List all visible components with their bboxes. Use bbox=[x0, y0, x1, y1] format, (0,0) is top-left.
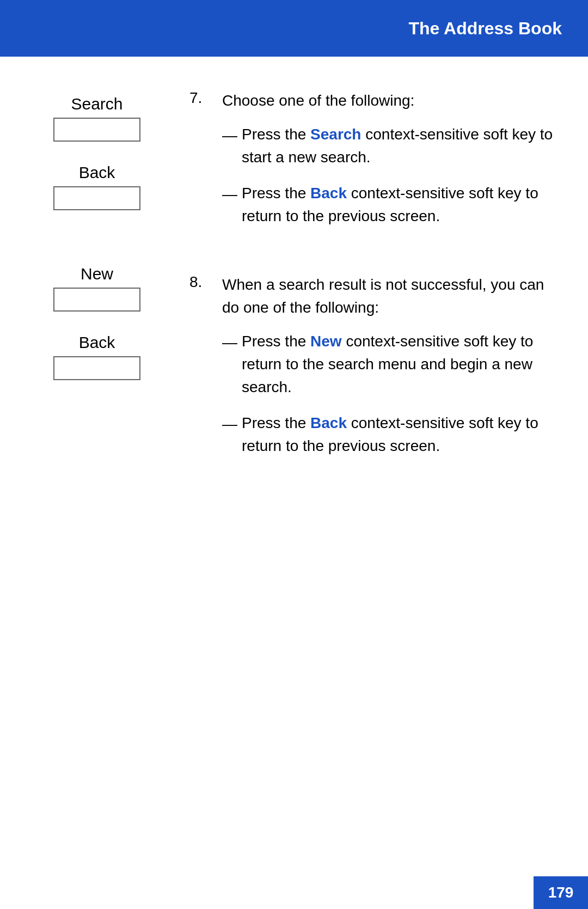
section-8-number: 8. bbox=[189, 273, 222, 291]
bullet-item: — Press the Back context-sensitive soft … bbox=[222, 182, 562, 228]
section-7-intro: Choose one of the following: bbox=[222, 89, 562, 112]
search-keyword: Search bbox=[310, 126, 361, 143]
softkey-back2-button[interactable] bbox=[53, 356, 140, 380]
section-7: 7. Choose one of the following: — Press … bbox=[189, 89, 562, 241]
softkey-back2-label: Back bbox=[26, 333, 168, 352]
section-7-bullets: — Press the Search context-sensitive sof… bbox=[222, 123, 562, 228]
softkey-group-back2: Back bbox=[26, 333, 168, 380]
softkey-back1-button[interactable] bbox=[53, 186, 140, 210]
right-column: 7. Choose one of the following: — Press … bbox=[168, 89, 562, 503]
bullet-text: Press the New context-sensitive soft key… bbox=[242, 330, 562, 399]
section-7-number: 7. bbox=[189, 89, 222, 107]
bullet-dash: — bbox=[222, 123, 242, 147]
bullet-text: Press the Back context-sensitive soft ke… bbox=[242, 412, 562, 457]
back-keyword-1: Back bbox=[310, 185, 347, 202]
main-content: Search Back New Back 7. bbox=[0, 57, 588, 536]
section-7-row: 7. Choose one of the following: — Press … bbox=[189, 89, 562, 241]
bullet-dash: — bbox=[222, 182, 242, 206]
softkey-search-label: Search bbox=[26, 95, 168, 113]
softkey-group-new: New bbox=[26, 265, 168, 312]
bullet-dash: — bbox=[222, 330, 242, 354]
section-8: 8. When a search result is not successfu… bbox=[189, 273, 562, 471]
bullet-dash: — bbox=[222, 412, 242, 436]
softkey-group-search: Search bbox=[26, 95, 168, 142]
section-7-content: Choose one of the following: — Press the… bbox=[222, 89, 562, 241]
section-8-intro: When a search result is not successful, … bbox=[222, 273, 562, 319]
bullet-item: — Press the Search context-sensitive sof… bbox=[222, 123, 562, 169]
softkey-new-button[interactable] bbox=[53, 288, 140, 312]
softkey-new-label: New bbox=[26, 265, 168, 283]
bullet-text: Press the Search context-sensitive soft … bbox=[242, 123, 562, 169]
page-number: 179 bbox=[534, 876, 588, 909]
softkey-back1-label: Back bbox=[26, 163, 168, 182]
bullet-item: — Press the Back context-sensitive soft … bbox=[222, 412, 562, 457]
new-keyword: New bbox=[310, 333, 342, 350]
section-8-bullets: — Press the New context-sensitive soft k… bbox=[222, 330, 562, 457]
bullet-text: Press the Back context-sensitive soft ke… bbox=[242, 182, 562, 228]
softkey-search-button[interactable] bbox=[53, 118, 140, 142]
back-keyword-2: Back bbox=[310, 414, 347, 431]
section-8-content: When a search result is not successful, … bbox=[222, 273, 562, 471]
left-column: Search Back New Back bbox=[26, 89, 168, 503]
bullet-item: — Press the New context-sensitive soft k… bbox=[222, 330, 562, 399]
header-title: The Address Book bbox=[408, 19, 562, 39]
header: The Address Book bbox=[0, 0, 588, 57]
section-8-row: 8. When a search result is not successfu… bbox=[189, 273, 562, 471]
softkey-group-back1: Back bbox=[26, 163, 168, 210]
